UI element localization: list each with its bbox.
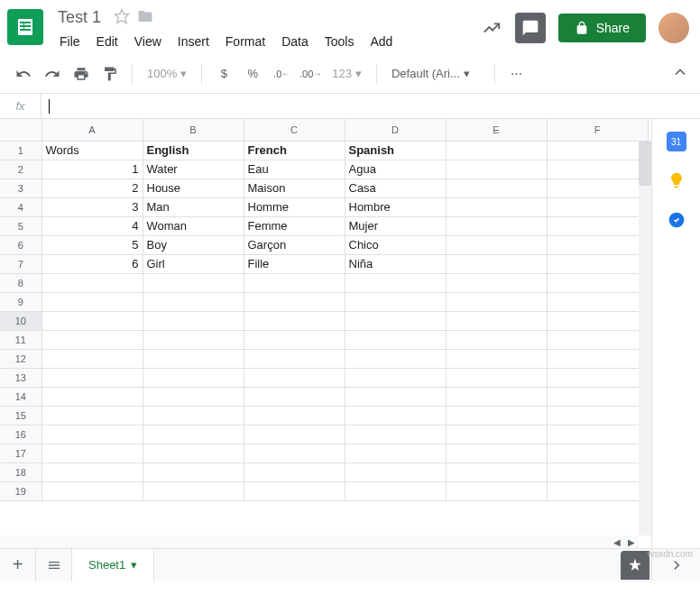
row-header[interactable]: 9 — [0, 292, 41, 311]
column-header-D[interactable]: D — [345, 119, 446, 141]
star-icon[interactable] — [114, 8, 130, 27]
row-header[interactable]: 4 — [0, 197, 41, 216]
row-header[interactable]: 15 — [0, 406, 41, 425]
currency-button[interactable]: $ — [211, 61, 236, 87]
cell[interactable]: Niña — [345, 254, 446, 273]
print-button[interactable] — [69, 61, 94, 87]
vertical-scrollbar[interactable] — [639, 141, 651, 536]
cell[interactable] — [345, 273, 446, 292]
cell[interactable] — [547, 444, 648, 462]
cell[interactable] — [446, 387, 547, 406]
row-header[interactable]: 11 — [0, 330, 41, 349]
cell[interactable] — [345, 330, 446, 349]
cell[interactable] — [446, 444, 547, 462]
column-header-B[interactable]: B — [143, 119, 244, 141]
cell[interactable]: Casa — [345, 178, 446, 197]
cell[interactable] — [345, 311, 446, 330]
cell[interactable] — [143, 425, 244, 444]
row-header[interactable]: 2 — [0, 160, 41, 178]
cell[interactable] — [547, 141, 648, 160]
paint-format-button[interactable] — [97, 61, 123, 87]
increase-decimal-button[interactable]: .00→ — [298, 61, 323, 87]
cell[interactable] — [547, 368, 648, 387]
cell[interactable] — [446, 197, 547, 216]
cell[interactable]: 1 — [41, 160, 143, 178]
cell[interactable]: Boy — [143, 235, 244, 254]
cell[interactable] — [143, 292, 244, 311]
cell[interactable] — [143, 481, 244, 500]
cell[interactable]: 3 — [41, 197, 143, 216]
decrease-decimal-button[interactable]: .0← — [269, 61, 294, 87]
cell[interactable] — [446, 368, 547, 387]
cell[interactable] — [547, 387, 648, 406]
cell[interactable] — [244, 311, 345, 330]
cell[interactable] — [446, 462, 547, 481]
cell[interactable] — [143, 387, 244, 406]
cell[interactable] — [244, 368, 345, 387]
cell[interactable] — [41, 406, 143, 425]
number-format-dropdown[interactable]: 123▾ — [327, 67, 367, 80]
zoom-dropdown[interactable]: 100% ▾ — [142, 67, 192, 80]
cell[interactable]: French — [244, 141, 345, 160]
row-header[interactable]: 8 — [0, 273, 41, 292]
row-header[interactable]: 16 — [0, 425, 41, 444]
cell[interactable] — [446, 349, 547, 368]
cell[interactable] — [244, 387, 345, 406]
column-header-C[interactable]: C — [244, 119, 345, 141]
menu-edit[interactable]: Edit — [89, 31, 125, 52]
document-title[interactable]: Test 1 — [52, 6, 106, 29]
font-dropdown[interactable]: Default (Ari... ▾ — [386, 67, 485, 80]
cell[interactable]: Homme — [244, 197, 345, 216]
row-header[interactable]: 17 — [0, 444, 41, 462]
scroll-left-icon[interactable]: ◀ — [610, 537, 624, 547]
spreadsheet-grid[interactable]: ABCDEF 1WordsEnglishFrenchSpanish21Water… — [0, 119, 649, 501]
select-all-corner[interactable] — [0, 119, 41, 141]
cell[interactable] — [547, 481, 648, 500]
account-avatar[interactable] — [659, 13, 689, 43]
cell[interactable] — [446, 160, 547, 178]
cell[interactable] — [41, 481, 143, 500]
cell[interactable] — [143, 368, 244, 387]
cell[interactable] — [446, 311, 547, 330]
cell[interactable] — [547, 311, 648, 330]
cell[interactable] — [547, 254, 648, 273]
row-header[interactable]: 10 — [0, 311, 41, 330]
cell[interactable]: Mujer — [345, 216, 446, 235]
cell[interactable] — [345, 387, 446, 406]
cell[interactable] — [244, 406, 345, 425]
cell[interactable] — [244, 462, 345, 481]
cell[interactable] — [446, 292, 547, 311]
row-header[interactable]: 1 — [0, 141, 41, 160]
cell[interactable] — [41, 330, 143, 349]
menu-format[interactable]: Format — [218, 31, 272, 52]
cell[interactable] — [345, 462, 446, 481]
row-header[interactable]: 3 — [0, 178, 41, 197]
cell[interactable] — [547, 425, 648, 444]
cell[interactable]: 6 — [41, 254, 143, 273]
cell[interactable] — [143, 349, 244, 368]
more-toolbar-button[interactable]: ⋯ — [504, 61, 530, 87]
column-header-E[interactable]: E — [446, 119, 547, 141]
cell[interactable] — [143, 406, 244, 425]
cell[interactable] — [345, 444, 446, 462]
cell[interactable] — [41, 425, 143, 444]
cell[interactable]: Girl — [143, 254, 244, 273]
cell[interactable] — [446, 141, 547, 160]
cell[interactable] — [143, 330, 244, 349]
cell[interactable] — [345, 292, 446, 311]
cell[interactable] — [143, 444, 244, 462]
cell[interactable] — [547, 349, 648, 368]
activity-icon[interactable] — [481, 17, 502, 39]
cell[interactable]: 4 — [41, 216, 143, 235]
cell[interactable]: Chico — [345, 235, 446, 254]
cell[interactable] — [547, 462, 648, 481]
cell[interactable] — [345, 368, 446, 387]
undo-button[interactable] — [11, 61, 36, 87]
formula-input[interactable] — [50, 99, 700, 113]
collapse-toolbar-button[interactable] — [671, 63, 689, 84]
cell[interactable] — [143, 462, 244, 481]
cell[interactable] — [244, 425, 345, 444]
cell[interactable] — [244, 444, 345, 462]
cell[interactable] — [446, 254, 547, 273]
menu-insert[interactable]: Insert — [170, 31, 216, 52]
